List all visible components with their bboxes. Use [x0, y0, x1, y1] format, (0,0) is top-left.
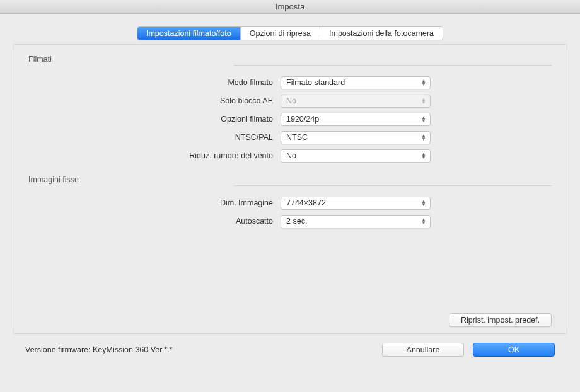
- self-timer-select[interactable]: 2 sec. ▲▼: [281, 215, 431, 228]
- ntsc-pal-value: NTSC: [286, 133, 308, 142]
- tab-camera-settings[interactable]: Impostazioni della fotocamera: [320, 27, 443, 40]
- image-size-value: 7744×3872: [286, 199, 326, 207]
- movie-options-value: 1920/24p: [286, 115, 319, 124]
- chevron-updown-icon: ▲▼: [421, 153, 426, 159]
- chevron-updown-icon: ▲▼: [421, 116, 426, 122]
- chevron-updown-icon: ▲▼: [421, 134, 426, 141]
- settings-panel: Filmati Modo filmato Filmato standard ▲▼…: [13, 44, 567, 334]
- cancel-button[interactable]: Annullare: [382, 343, 464, 357]
- window-title: Imposta: [276, 2, 304, 11]
- ntsc-pal-select[interactable]: NTSC ▲▼: [281, 131, 431, 144]
- stills-section-title: Immagini fisse: [28, 175, 552, 184]
- chevron-updown-icon: ▲▼: [421, 200, 426, 206]
- movie-mode-select[interactable]: Filmato standard ▲▼: [281, 76, 431, 89]
- ae-lock-value: No: [286, 96, 296, 105]
- tab-movie-photo[interactable]: Impostazioni filmato/foto: [137, 27, 241, 40]
- ok-button[interactable]: OK: [473, 343, 555, 357]
- tab-bar: Impostazioni filmato/foto Opzioni di rip…: [13, 26, 567, 40]
- chevron-updown-icon: ▲▼: [421, 218, 426, 224]
- ae-lock-label: Solo blocco AE: [28, 96, 281, 105]
- image-size-label: Dim. Immagine: [28, 199, 281, 207]
- chevron-updown-icon: ▲▼: [421, 98, 426, 104]
- movie-mode-value: Filmato standard: [286, 78, 345, 87]
- reset-defaults-button[interactable]: Riprist. impost. predef.: [449, 313, 552, 327]
- chevron-updown-icon: ▲▼: [421, 79, 426, 86]
- movie-mode-label: Modo filmato: [28, 78, 281, 87]
- wind-noise-label: Riduz. rumore del vento: [28, 151, 281, 160]
- wind-noise-select[interactable]: No ▲▼: [281, 149, 431, 163]
- image-size-select[interactable]: 7744×3872 ▲▼: [281, 197, 431, 210]
- stills-divider: [234, 185, 552, 186]
- self-timer-value: 2 sec.: [286, 217, 307, 226]
- movies-section-title: Filmati: [28, 55, 552, 64]
- movie-options-label: Opzioni filmato: [28, 115, 281, 124]
- window-titlebar: Imposta: [0, 0, 580, 14]
- tab-shooting-options[interactable]: Opzioni di ripresa: [241, 27, 320, 40]
- ntsc-pal-label: NTSC/PAL: [28, 133, 281, 142]
- firmware-value: KeyMission 360 Ver.*.*: [93, 345, 172, 354]
- movie-options-select[interactable]: 1920/24p ▲▼: [281, 113, 431, 126]
- firmware-info: Versione firmware: KeyMission 360 Ver.*.…: [25, 345, 172, 354]
- ae-lock-select: No ▲▼: [281, 95, 431, 108]
- wind-noise-value: No: [286, 151, 296, 160]
- firmware-label: Versione firmware:: [25, 345, 91, 354]
- movies-divider: [234, 65, 552, 66]
- self-timer-label: Autoscatto: [28, 217, 281, 226]
